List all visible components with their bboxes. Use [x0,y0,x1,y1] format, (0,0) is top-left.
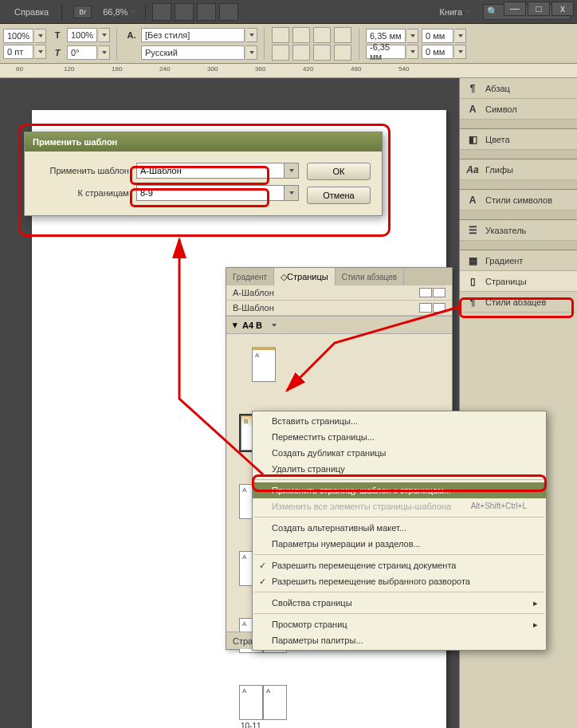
swatches-icon: ◧ [466,133,479,146]
panel-gradient[interactable]: ▦Градиент [460,250,577,271]
cm-allow-move-spread[interactable]: Разрешить перемещение выбранного разворо… [253,573,546,589]
offset1-field[interactable]: 0 мм [422,29,453,43]
tab-para-styles[interactable]: Стили абзацев [336,268,404,285]
apply-master-dialog: Применить шаблон Применить шаблон: К стр… [24,132,383,216]
master-a-row[interactable]: А-Шаблон [226,285,452,301]
align-btn-8[interactable] [334,45,351,61]
master-b-row[interactable]: В-Шаблон [226,301,452,316]
cm-allow-move-doc[interactable]: Разрешить перемещение страниц документа [253,557,546,573]
cm-view-pages[interactable]: Просмотр страниц [253,616,546,632]
cm-palette-opts[interactable]: Параметры палитры... [253,632,546,648]
panel-char-styles[interactable]: AСтили символов [460,190,577,211]
t-icon: T [49,27,65,43]
tab-gradient[interactable]: Градиент [226,268,274,285]
offset2-field[interactable]: 0 мм [422,45,453,59]
panel-symbol[interactable]: AСимвол [460,99,577,120]
cm-override-master: Изменить все элементы страницы-шаблонаAl… [253,498,546,514]
cm-insert-pages[interactable]: Вставить страницы... [253,413,546,429]
panel-pointer[interactable]: ☰Указатель [460,220,577,241]
scale-x-drop[interactable] [35,29,46,43]
panel-pages[interactable]: ▯Страницы [460,271,577,292]
to-pages-drop[interactable] [285,185,299,201]
page-thumb[interactable]: А [263,685,287,720]
ok-button[interactable]: ОК [307,163,371,180]
inset-bot-field[interactable]: -6,35 мм [366,45,406,59]
horizontal-ruler: 60 120 180 240 300 360 420 480 540 [0,64,577,78]
window-close[interactable]: x [551,2,574,16]
char-styles-icon: A [466,194,479,207]
panel-cveta[interactable]: ◧Цвета [460,129,577,150]
align-center-btn[interactable] [292,27,310,43]
inset-top-field[interactable]: 6,35 мм [366,29,406,43]
menu-help[interactable]: Справка [6,4,57,20]
align-left-btn[interactable] [272,27,289,43]
apply-master-label: Применить шаблон: [36,166,131,175]
lang-icon [124,45,139,61]
zoom-level[interactable]: 66,8% [98,6,140,18]
paragraph-icon: ¶ [466,82,479,95]
window-minimize[interactable]: — [504,2,526,16]
align-right-btn[interactable] [313,27,331,43]
align-btn-5[interactable] [272,45,289,61]
cm-apply-master[interactable]: Применить страницу-шаблон к страницам... [253,482,546,498]
cm-delete-page[interactable]: Удалить страницу [253,461,546,477]
tab-pages[interactable]: ◇Страницы [274,268,336,285]
section-bar[interactable]: ▾А4 В [226,316,452,334]
view-mode-button-2[interactable] [175,3,194,21]
pages-context-menu: Вставить страницы... Переместить страниц… [252,411,547,651]
apply-master-combo[interactable] [136,163,285,179]
apply-master-drop[interactable] [285,163,299,179]
window-controls: — □ x [504,2,574,16]
window-maximize[interactable]: □ [528,2,550,16]
spread-label-1011: 10-11 [241,722,446,728]
view-mode-button-3[interactable] [197,3,216,21]
to-pages-label: К страницам: [36,188,131,198]
character-icon: A [466,103,479,116]
index-icon: ☰ [466,224,479,237]
scale-y-field[interactable]: 100% [67,28,97,42]
view-mode-button-1[interactable] [152,3,171,21]
scale-x-field[interactable]: 100% [3,29,33,43]
panel-abzac[interactable]: ¶Абзац [460,78,577,99]
panel-glyphs[interactable]: AaГлифы [460,159,577,180]
dialog-title: Применить шаблон [25,132,382,152]
page-thumb[interactable]: А [239,685,263,720]
cm-page-props[interactable]: Свойства страницы [253,595,546,611]
rotation-field[interactable]: 0° [67,45,97,60]
to-pages-combo[interactable] [136,185,285,201]
cm-duplicate-page[interactable]: Создать дубликат страницы [253,445,546,461]
char-style-field[interactable]: [Без стиля] [141,28,245,42]
view-mode-button-4[interactable] [219,3,238,21]
menubar: Справка Br 66,8% Книга 🔍 — □ x [0,0,577,24]
cm-move-pages[interactable]: Переместить страницы... [253,429,546,445]
gradient-icon: ▦ [466,254,479,267]
cm-alt-layout[interactable]: Создать альтернативный макет... [253,520,546,536]
glyphs-icon: Aa [466,163,479,176]
cancel-button[interactable]: Отмена [307,187,371,204]
para-styles-icon: ¶ [466,296,479,309]
page-thumb[interactable]: А [252,347,276,382]
leading-drop[interactable] [35,45,46,59]
bridge-badge[interactable]: Br [73,6,92,18]
control-bar: 100% 0 пт T100% T0° A.[Без стиля] Русски… [0,24,577,64]
leading-field[interactable]: 0 пт [3,45,33,59]
workspace-selector[interactable]: Книга [433,6,477,18]
char-style-icon: A. [124,27,139,43]
pages-icon: ▯ [466,275,479,288]
align-btn-6[interactable] [292,45,310,61]
language-field[interactable]: Русский [141,45,245,60]
cm-numbering[interactable]: Параметры нумерации и разделов... [253,536,546,552]
panel-para-styles[interactable]: ¶Стили абзацев [460,292,577,313]
align-btn-7[interactable] [313,45,331,61]
t-italic-icon: T [49,45,65,61]
align-justify-btn[interactable] [334,27,351,43]
